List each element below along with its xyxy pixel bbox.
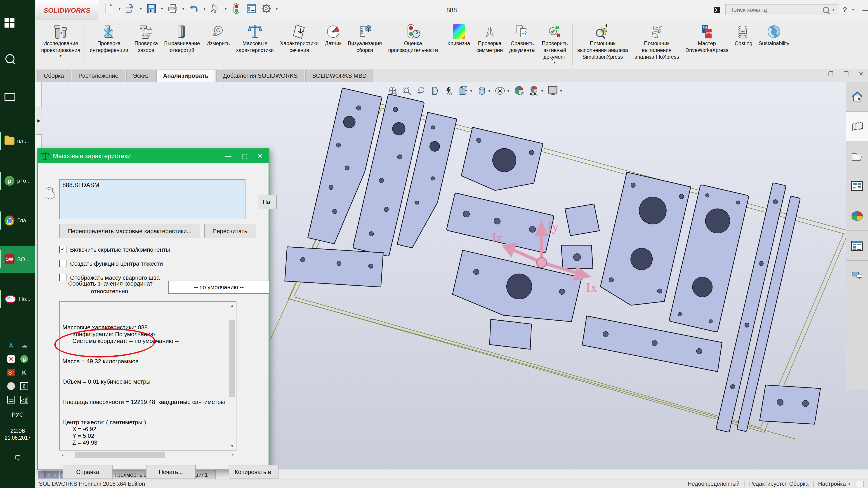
dropdown-arrow-icon[interactable]: ▼	[224, 7, 227, 10]
taskbar-search-button[interactable]	[0, 45, 35, 72]
dropdown-arrow-icon[interactable]: ▼	[848, 482, 851, 486]
coordinate-system-dropdown[interactable]: -- по умолчанию --	[168, 281, 270, 294]
speaker-device-icon[interactable]	[7, 382, 15, 390]
results-panel[interactable]: Массовые характеристики: 888Конфигурация…	[59, 301, 237, 451]
scrollbar-thumb[interactable]	[74, 452, 165, 458]
view-settings-button[interactable]: ▼	[548, 86, 563, 96]
taskbar-app-folder[interactable]: пл...	[0, 127, 35, 155]
dialog-close-button[interactable]: ✕	[252, 149, 268, 163]
ribbon-mass-properties[interactable]: Массовые характеристики	[233, 20, 277, 69]
ribbon-symmetry-check[interactable]: Проверка симметрии	[473, 20, 506, 69]
taskpane-view-palette[interactable]	[846, 171, 868, 201]
language-indicator[interactable]: РУС	[0, 411, 35, 418]
configuration-label[interactable]: Настройка	[818, 481, 846, 487]
checkbox-row[interactable]: Создать функцию центра тяжести	[59, 260, 163, 267]
print-button[interactable]: Печать...	[146, 465, 196, 479]
copy-to-clipboard-button[interactable]: Копировать в	[229, 465, 278, 479]
dropdown-arrow-icon[interactable]: ▼	[118, 7, 121, 10]
doc-restore2-button[interactable]: ❐	[843, 70, 848, 77]
results-horizontal-scrollbar[interactable]: ‹ ›	[59, 451, 237, 459]
prev-tab-button[interactable]: ‹	[45, 471, 52, 479]
ribbon-compare-documents[interactable]: -? Сравнить документы	[506, 20, 539, 69]
taskpane-home[interactable]	[846, 82, 868, 111]
dropdown-arrow-icon[interactable]: ▼	[507, 89, 510, 92]
options-button[interactable]: Па	[258, 195, 277, 209]
taskpane-design-library[interactable]	[846, 111, 868, 141]
options-list-button[interactable]	[245, 3, 257, 14]
taskbar-app-solidworks[interactable]: SW SO...	[0, 246, 35, 273]
ribbon-sustainability[interactable]: Sustainability	[755, 20, 793, 69]
search-icon[interactable]	[823, 6, 829, 13]
scroll-down-icon[interactable]: ▼	[228, 442, 236, 450]
select-button[interactable]	[209, 3, 221, 14]
dropdown-arrow-icon[interactable]: ▼	[560, 89, 563, 92]
onedrive-icon[interactable]: ☁	[20, 341, 28, 349]
taskbar-app-snipping[interactable]: Но...	[0, 286, 35, 313]
dialog-title-bar[interactable]: Массовые характеристики — ▢ ✕	[38, 149, 269, 163]
taskbar-app-utorrent[interactable]: µ µTo...	[0, 167, 35, 194]
print-button[interactable]	[167, 3, 179, 14]
ribbon-interference-check[interactable]: Проверка интерференции	[87, 20, 131, 69]
start-button[interactable]	[0, 9, 35, 36]
scrollbar-track[interactable]	[66, 451, 229, 459]
checkbox-icon[interactable]	[59, 260, 66, 267]
dialog-minimize-button[interactable]: —	[221, 149, 236, 163]
ribbon-design-study[interactable]: Исследование проектирования ▼	[38, 20, 84, 69]
scroll-right-icon[interactable]: ›	[229, 452, 237, 458]
solidworks-alert-icon[interactable]: S!	[7, 369, 15, 377]
dropdown-arrow-icon[interactable]: ▼	[275, 7, 278, 10]
taskbar-app-chrome[interactable]: Гла...	[0, 207, 35, 234]
options-gear-button[interactable]	[260, 3, 272, 14]
ribbon-performance-evaluation[interactable]: Оценка производительности	[385, 20, 441, 69]
ribbon-driveworksxpress[interactable]: DriveWorks Мастер DriveWorksXpress	[682, 20, 732, 69]
section-view-button[interactable]	[430, 86, 440, 96]
apply-scene-button[interactable]: ▼	[529, 86, 544, 96]
override-mass-properties-button[interactable]: Переопределить массовые характеристики..…	[59, 224, 200, 238]
zoom-to-fit-button[interactable]	[388, 86, 398, 96]
dropdown-arrow-icon[interactable]: ▼	[541, 89, 544, 92]
help-button[interactable]: Справка	[63, 465, 113, 479]
help-button[interactable]: ?	[843, 6, 847, 14]
volume-icon[interactable]: ◁)	[20, 396, 28, 403]
doc-restore-button[interactable]: ❐	[828, 70, 833, 77]
ribbon-check-active-document[interactable]: Проверить активный документ ▼	[539, 20, 571, 69]
network-icon[interactable]: ▭	[7, 396, 15, 403]
action-center-icon[interactable]: 🗨	[0, 454, 35, 462]
ribbon-floxpress[interactable]: Помощник выполнения анализа FloXpress	[631, 20, 682, 69]
ribbon-costing[interactable]: Costing	[732, 20, 755, 69]
checkbox-row[interactable]: ✓ Включить скрытые тела/компоненты	[59, 246, 170, 253]
dropdown-arrow-icon[interactable]: ▼	[139, 7, 143, 10]
scroll-left-icon[interactable]: ‹	[59, 452, 66, 458]
tab-evaluate[interactable]: Анализировать	[156, 70, 215, 82]
tag-icon[interactable]	[855, 481, 864, 487]
ribbon-hole-alignment[interactable]: Выравнивание отверстий	[161, 20, 203, 69]
help-dropdown-icon[interactable]: ▼	[852, 8, 855, 11]
dropdown-arrow-icon[interactable]: ▼	[470, 89, 473, 92]
tab-assembly[interactable]: Сборка	[37, 70, 71, 82]
scroll-up-icon[interactable]: ▲	[228, 302, 236, 310]
previous-view-button[interactable]	[416, 86, 426, 96]
hide-show-items-button[interactable]: A	[444, 86, 454, 96]
taskpane-forum[interactable]	[846, 261, 868, 291]
taskpane-appearances[interactable]	[846, 201, 868, 231]
selection-field[interactable]: 888.SLDASM	[59, 180, 246, 219]
scrollbar-thumb[interactable]	[229, 320, 235, 397]
display-style-button[interactable]: ▼	[495, 86, 510, 96]
dropdown-arrow-icon[interactable]: ▼	[160, 7, 164, 10]
tab-sketch[interactable]: Эскиз	[126, 70, 156, 82]
apply-view-button[interactable]: ▼	[458, 86, 473, 96]
dropdown-arrow-icon[interactable]: ▼	[488, 89, 491, 92]
clock-date[interactable]: 21.08.2017	[0, 435, 35, 441]
command-search-box[interactable]: ▼	[725, 4, 838, 15]
rebuild-button[interactable]	[230, 3, 242, 14]
new-document-button[interactable]	[103, 3, 115, 14]
dropdown-arrow-icon[interactable]: ▼	[832, 8, 835, 11]
first-tab-button[interactable]: «	[38, 471, 45, 479]
edit-appearance-button[interactable]	[514, 86, 525, 96]
dropdown-arrow-icon[interactable]: ▼	[203, 7, 206, 10]
tab-layout[interactable]: Расположение	[72, 70, 125, 82]
ribbon-section-properties[interactable]: Характеристики сечения	[277, 20, 322, 69]
results-vertical-scrollbar[interactable]: ▲ ▼	[228, 302, 236, 450]
usb-device-icon[interactable]: ⇩	[20, 382, 28, 390]
defender-icon[interactable]: ✕	[7, 355, 15, 363]
